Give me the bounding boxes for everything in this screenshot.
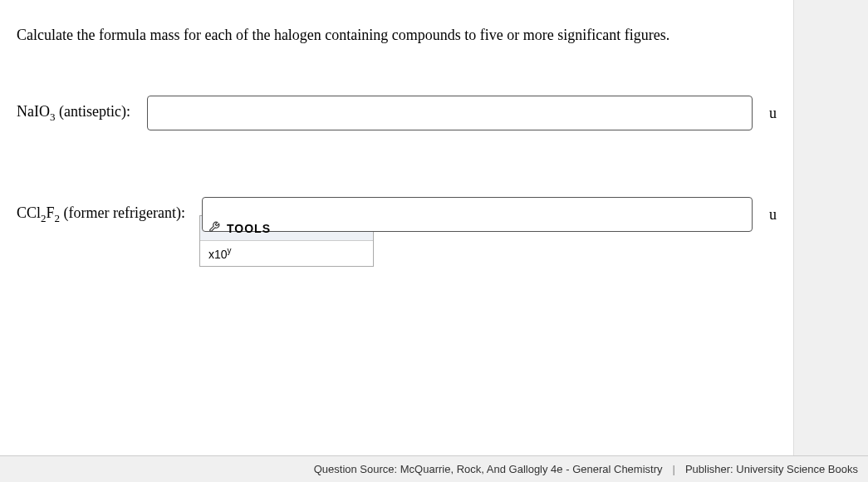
compound-label-ccl2f2: CCl2F2 (former refrigerant): (17, 204, 185, 225)
input-row-ccl2f2: CCl2F2 (former refrigerant): u (17, 197, 777, 232)
unit-label-naio3: u (769, 105, 777, 122)
tools-header-label: TOOLS (227, 222, 271, 235)
unit-label-ccl2f2: u (769, 206, 777, 224)
answer-input-ccl2f2[interactable] (202, 197, 753, 232)
publisher-info: Publisher: University Science Books (685, 463, 858, 475)
answer-input-naio3[interactable] (147, 96, 753, 130)
question-source: Question Source: McQuarrie, Rock, And Ga… (314, 463, 663, 475)
compound-label-naio3: NaIO3 (antiseptic): (17, 103, 130, 124)
tools-icon (208, 221, 220, 235)
question-prompt: Calculate the formula mass for each of t… (17, 25, 777, 46)
tools-exponent-button[interactable]: x10y (200, 241, 373, 266)
input-row-naio3: NaIO3 (antiseptic): u (17, 96, 777, 130)
footer-divider: | (673, 463, 675, 475)
footer-bar: Question Source: McQuarrie, Rock, And Ga… (0, 455, 868, 482)
question-content: Calculate the formula mass for each of t… (0, 0, 794, 455)
